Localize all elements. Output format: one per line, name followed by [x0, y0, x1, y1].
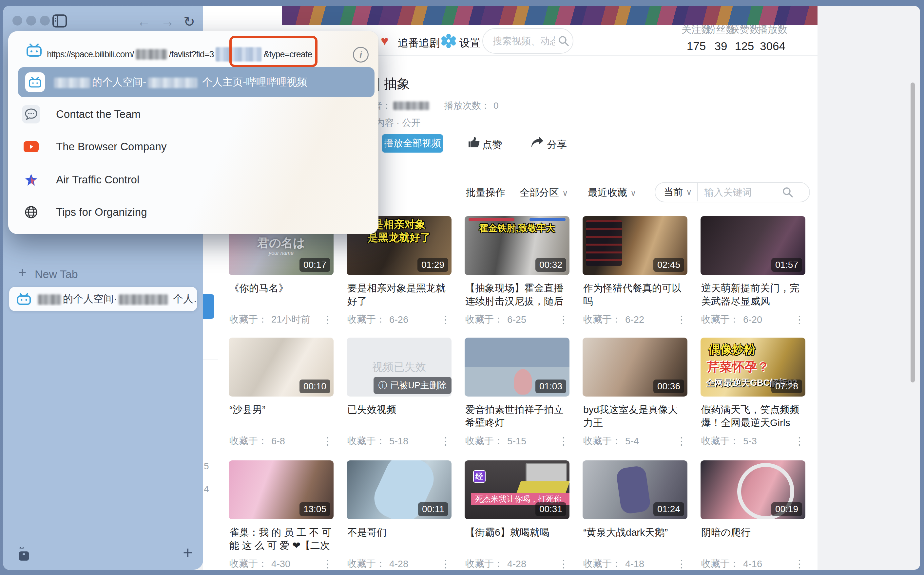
- video-thumbnail[interactable]: 02:45: [583, 216, 687, 275]
- share-button[interactable]: 分享: [547, 138, 567, 152]
- video-card[interactable]: 02:45 作为怪猎代餐真的可以吗 收藏于：6-22⋮: [583, 216, 687, 337]
- share-icon[interactable]: [530, 135, 545, 149]
- more-options-icon[interactable]: ⋮: [676, 436, 687, 446]
- more-options-icon[interactable]: ⋮: [558, 436, 569, 446]
- new-tab-plus-icon[interactable]: +: [18, 265, 27, 280]
- suggestion-selected[interactable]: 的个人空间- 个人主页-哔哩哔哩视频: [18, 67, 374, 97]
- video-title[interactable]: 作为怪猎代餐真的可以吗: [583, 282, 687, 308]
- video-thumbnail[interactable]: 01:03: [465, 338, 569, 397]
- thumbs-up-icon[interactable]: [467, 135, 480, 149]
- info-icon[interactable]: i: [353, 47, 369, 62]
- video-thumbnail[interactable]: 01:24: [583, 461, 687, 519]
- search-icon[interactable]: [782, 186, 793, 198]
- menu-item-air-traffic-control[interactable]: Air Traffic Control: [22, 171, 139, 189]
- video-title[interactable]: 【街霸6】就喝就喝: [465, 526, 569, 539]
- keyword-search-box[interactable]: 当前 ∨: [655, 182, 810, 202]
- health-bar-red: [468, 218, 515, 221]
- video-card[interactable]: 00:10 “沙县男” 收藏于：6-8⋮: [229, 338, 333, 459]
- sidebar-toggle-icon[interactable]: [53, 14, 67, 27]
- back-button[interactable]: ←: [137, 14, 151, 29]
- url-input[interactable]: https://space.bilibili.com//favlist?fid=…: [47, 47, 312, 62]
- video-title[interactable]: 假药满天飞，笑点频频爆！全网最逆天Girls Band Cry解析: [701, 403, 805, 430]
- scope-dropdown[interactable]: 当前: [664, 186, 683, 199]
- follow-bangumi-link[interactable]: 追番追剧: [398, 36, 440, 51]
- more-options-icon[interactable]: ⋮: [322, 436, 333, 446]
- video-thumbnail[interactable]: 视频已失效 ⓘ已被UP主删除: [347, 338, 451, 397]
- video-card[interactable]: 经 死杰米我让你喝，打死你 00:31 【街霸6】就喝就喝 收藏于：4-28⋮: [465, 461, 569, 570]
- forward-button[interactable]: →: [161, 14, 174, 29]
- sort-dropdown[interactable]: 最近收藏∨: [588, 186, 636, 199]
- fav-date: 6-20: [743, 315, 762, 325]
- more-options-icon[interactable]: ⋮: [794, 315, 805, 325]
- more-options-icon[interactable]: ⋮: [558, 559, 569, 569]
- library-icon[interactable]: [16, 546, 32, 562]
- video-card-invalid[interactable]: 视频已失效 ⓘ已被UP主删除 已失效视频 收藏于：5-18⋮: [347, 338, 451, 459]
- video-card[interactable]: 01:03 爱音拍素世拍祥子拍立希壁咚灯 收藏于：5-15⋮: [465, 338, 569, 459]
- category-dropdown[interactable]: 全部分区∨: [520, 186, 568, 199]
- menu-item-browser-company[interactable]: The Browser Company: [22, 138, 166, 156]
- page-search-box[interactable]: [482, 28, 574, 54]
- video-thumbnail[interactable]: 霍金铁肘,致敬牢大 00:32: [465, 216, 569, 275]
- duration-badge: 01:29: [417, 258, 448, 272]
- more-options-icon[interactable]: ⋮: [794, 559, 805, 569]
- video-title[interactable]: 爱音拍素世拍祥子拍立希壁咚灯: [465, 403, 569, 429]
- video-title[interactable]: 雀巢：我 的 员 工 不 可 能 这 么 可 爱 ❤【二次元爆改: [229, 526, 333, 553]
- traffic-light-zoom[interactable]: [40, 16, 50, 25]
- more-options-icon[interactable]: ⋮: [322, 559, 333, 569]
- settings-link[interactable]: 设置: [459, 36, 480, 51]
- new-tab-button[interactable]: New Tab: [35, 268, 78, 281]
- video-card[interactable]: 00:19 阴暗の爬行 收藏于：4-16⋮: [701, 461, 805, 570]
- video-title[interactable]: 要是相亲对象是黑龙就好了: [347, 282, 451, 308]
- play-all-button[interactable]: 播放全部视频: [382, 134, 443, 152]
- more-options-icon[interactable]: ⋮: [676, 315, 687, 325]
- video-card[interactable]: 00:36 byd我这室友是真像大力王 收藏于：5-4⋮: [583, 338, 687, 459]
- video-thumbnail[interactable]: 00:10: [229, 338, 333, 397]
- video-card[interactable]: 13:05 雀巢：我 的 员 工 不 可 能 这 么 可 爱 ❤【二次元爆改 收…: [229, 461, 333, 570]
- video-card[interactable]: 01:57 逆天萌新提前关门，完美武器尽显威风 收藏于：6-20⋮: [701, 216, 805, 337]
- more-options-icon[interactable]: ⋮: [794, 436, 805, 446]
- video-thumbnail[interactable]: 经 死杰米我让你喝，打死你 00:31: [465, 461, 569, 519]
- video-thumbnail[interactable]: 01:57: [701, 216, 805, 275]
- video-card[interactable]: 00:11 不是哥们 收藏于：4-28⋮: [347, 461, 451, 570]
- more-options-icon[interactable]: ⋮: [676, 559, 687, 569]
- traffic-light-close[interactable]: [13, 16, 22, 25]
- more-options-icon[interactable]: ⋮: [558, 315, 569, 325]
- video-thumbnail[interactable]: 00:36: [583, 338, 687, 397]
- batch-operations-button[interactable]: 批量操作: [466, 186, 505, 199]
- video-thumbnail[interactable]: 00:19: [701, 461, 805, 519]
- fav-label: 收藏于：: [347, 558, 386, 570]
- keyword-input[interactable]: [704, 187, 781, 198]
- video-title[interactable]: 阴暗の爬行: [701, 526, 805, 539]
- page-search-input[interactable]: [492, 35, 556, 47]
- page-scrollbar[interactable]: [911, 83, 915, 383]
- more-options-icon[interactable]: ⋮: [440, 559, 451, 569]
- video-title[interactable]: 【抽象现场】霍金直播连续肘击汉尼拔，随后直播间被封: [465, 282, 569, 308]
- video-thumbnail[interactable]: 00:11: [347, 461, 451, 519]
- more-options-icon[interactable]: ⋮: [440, 315, 451, 325]
- active-tab[interactable]: 的个人空间· 个人…: [9, 287, 197, 311]
- video-title[interactable]: 已失效视频: [347, 403, 451, 416]
- video-card[interactable]: 霍金铁肘,致敬牢大 00:32 【抽象现场】霍金直播连续肘击汉尼拔，随后直播间被…: [465, 216, 569, 337]
- menu-item-contact-team[interactable]: Contact the Team: [22, 105, 140, 124]
- video-title[interactable]: 不是哥们: [347, 526, 451, 539]
- sidebar-add-icon[interactable]: +: [183, 543, 193, 562]
- stat-plays[interactable]: 播放数 3064: [751, 23, 795, 53]
- traffic-light-minimize[interactable]: [26, 16, 36, 25]
- more-options-icon[interactable]: ⋮: [322, 315, 333, 325]
- like-button[interactable]: 点赞: [482, 138, 502, 152]
- video-title[interactable]: 逆天萌新提前关门，完美武器尽显威风: [701, 282, 805, 308]
- video-thumbnail[interactable]: 偶像炒粉 芹菜怀孕？ 全网最逆天GBC解析02 07:28: [701, 338, 805, 397]
- video-title[interactable]: “黄泉大战dark天鹅”: [583, 526, 687, 539]
- menu-item-tips-organizing[interactable]: Tips for Organizing: [22, 203, 147, 221]
- video-title[interactable]: “沙县男”: [229, 403, 333, 416]
- video-card[interactable]: 是相亲对象 是黑龙就好了 01:29 要是相亲对象是黑龙就好了 收藏于：6-26…: [347, 216, 451, 337]
- video-card[interactable]: 君の名は your name 00:17 《你的马名》 收藏于：21小时前⋮: [229, 216, 333, 337]
- video-title[interactable]: 《你的马名》: [229, 282, 333, 295]
- video-card[interactable]: 01:24 “黄泉大战dark天鹅” 收藏于：4-18⋮: [583, 461, 687, 570]
- video-title[interactable]: byd我这室友是真像大力王: [583, 403, 687, 429]
- video-card[interactable]: 偶像炒粉 芹菜怀孕？ 全网最逆天GBC解析02 07:28 假药满天飞，笑点频频…: [701, 338, 805, 459]
- more-options-icon[interactable]: ⋮: [440, 436, 451, 446]
- video-thumbnail[interactable]: 13:05: [229, 461, 333, 519]
- reload-button[interactable]: ↻: [183, 14, 195, 30]
- search-icon[interactable]: [558, 35, 569, 47]
